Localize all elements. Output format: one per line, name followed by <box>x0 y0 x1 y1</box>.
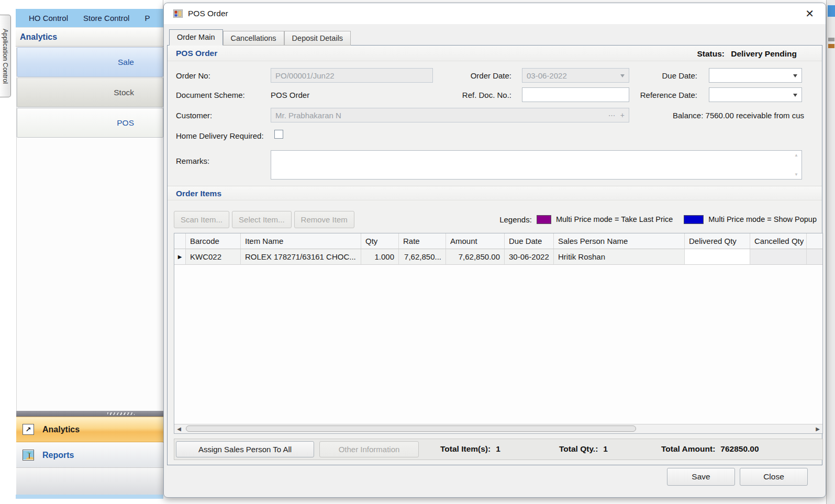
grid-header-amount[interactable]: Amount <box>446 233 505 249</box>
order-date-value: 03-06-2022 <box>527 71 567 80</box>
sidebar-item-label: Sale <box>118 58 134 67</box>
cell-cancelled-qty <box>750 249 807 265</box>
order-no-label: Order No: <box>176 71 210 80</box>
cell-due-date[interactable]: 30-06-2022 <box>505 249 554 265</box>
row-indicator: ▶ <box>174 249 186 265</box>
home-delivery-label: Home Delivery Required: <box>176 131 264 140</box>
assign-sales-person-button[interactable]: Assign Sales Person To All <box>176 441 314 457</box>
grid-header-delivered-qty[interactable]: Delivered Qty <box>685 233 750 249</box>
customer-label: Customer: <box>176 111 212 120</box>
close-icon[interactable]: ✕ <box>805 7 814 20</box>
cell-barcode[interactable]: KWC022 <box>186 249 241 265</box>
legends: Legends: Multi Price mode = Take Last Pr… <box>499 215 817 224</box>
legend-swatch-show-popup <box>684 215 704 224</box>
save-button[interactable]: Save <box>667 468 735 486</box>
analytics-panel-header: Analytics <box>16 27 163 47</box>
order-no-value: PO/00001/Jun22 <box>275 71 335 80</box>
application-control-tab[interactable]: Application Control <box>0 15 11 97</box>
customer-value: Mr. Prabhakaran N <box>275 111 341 120</box>
close-button[interactable]: Close <box>740 468 808 486</box>
plus-icon: + <box>620 111 625 119</box>
total-items: Total Item(s):1 <box>440 444 500 454</box>
scroll-right-icon[interactable]: ▶ <box>813 424 822 433</box>
total-items-value: 1 <box>496 444 500 453</box>
chevron-down-icon[interactable] <box>793 74 797 77</box>
grid-header-rate[interactable]: Rate <box>399 233 446 249</box>
dialog-tabstrip: Order Main Cancellations Deposit Details <box>169 29 351 46</box>
scroll-left-icon[interactable]: ◀ <box>174 424 184 433</box>
total-amount-value: 762850.00 <box>720 444 759 453</box>
document-scheme-label: Document Scheme: <box>176 91 245 99</box>
cell-sales-person[interactable]: Hritik Roshan <box>554 249 685 265</box>
cell-rate[interactable]: 7,62,850... <box>399 249 446 265</box>
tab-deposit-details[interactable]: Deposit Details <box>284 31 351 46</box>
menu-ho-control[interactable]: HO Control <box>29 14 68 23</box>
grid-header-qty[interactable]: Qty <box>361 233 399 249</box>
application-control-label: Application Control <box>2 29 9 84</box>
horizontal-scrollbar[interactable]: ◀ ▶ <box>174 424 822 433</box>
sidebar-item-stock[interactable]: Stock <box>17 77 163 107</box>
scan-item-button: Scan Item... <box>174 211 229 228</box>
tab-cancellations[interactable]: Cancellations <box>223 31 284 46</box>
table-row[interactable]: ▶ KWC022 ROLEX 178271/63161 CHOC... 1.00… <box>174 249 822 265</box>
analytics-panel-title: Analytics <box>20 32 57 42</box>
menu-partial[interactable]: P <box>144 14 150 23</box>
sidebar-item-reports[interactable]: Reports <box>16 443 163 468</box>
scroll-down-icon: ▼ <box>794 172 798 177</box>
legends-label: Legends: <box>499 215 532 224</box>
sliver-blue-fragment <box>828 5 835 17</box>
sidebar-item-analytics[interactable]: ↗ Analytics <box>16 417 163 442</box>
sidebar-item-sale[interactable]: Sale <box>17 47 163 77</box>
order-items-section-header: Order Items <box>168 186 822 200</box>
menu-store-control[interactable]: Store Control <box>83 14 129 23</box>
splitter-grip-icon <box>107 412 135 415</box>
cell-delivered-qty[interactable] <box>685 249 750 265</box>
chevron-down-icon[interactable] <box>793 94 797 97</box>
remarks-label: Remarks: <box>176 156 209 165</box>
status-text: Status: Delivery Pending <box>697 49 797 59</box>
scroll-up-icon: ▲ <box>794 153 798 158</box>
sliver-fragment <box>828 38 834 41</box>
reference-date-combo[interactable] <box>709 87 802 102</box>
due-date-label: Due Date: <box>639 71 697 80</box>
order-items-footer: Assign Sales Person To All Other Informa… <box>174 439 823 460</box>
cell-amount[interactable]: 7,62,850.00 <box>446 249 505 265</box>
sidebar-splitter[interactable] <box>16 411 163 417</box>
grid-header-barcode[interactable]: Barcode <box>186 233 241 249</box>
grid-header-indicator <box>174 233 186 249</box>
total-qty-value: 1 <box>603 444 608 453</box>
dialog-title: POS Order <box>188 9 228 18</box>
background-window-sliver <box>826 0 835 504</box>
total-amount-label: Total Amount: <box>661 444 715 453</box>
total-amount: Total Amount:762850.00 <box>661 444 759 454</box>
other-information-button: Other Information <box>319 441 419 457</box>
grid-header-item-name[interactable]: Item Name <box>241 233 361 249</box>
ref-doc-no-label: Ref. Doc. No.: <box>445 91 511 99</box>
due-date-combo[interactable] <box>709 68 802 83</box>
cell-qty[interactable]: 1.000 <box>361 249 399 265</box>
grid-header-due-date[interactable]: Due Date <box>505 233 554 249</box>
ref-doc-no-field[interactable] <box>522 87 629 102</box>
remarks-textarea[interactable]: ▲ ▼ <box>271 150 802 180</box>
select-item-button: Select Item... <box>232 211 292 228</box>
balance-text: Balance: 7560.00 receivable from cus <box>673 111 813 120</box>
document-scheme-value: POS Order <box>271 91 309 99</box>
sidebar-filler <box>16 468 163 495</box>
pos-order-section-title: POS Order <box>176 49 217 58</box>
analytics-label: Analytics <box>42 425 80 434</box>
cell-item-name[interactable]: ROLEX 178271/63161 CHOC... <box>241 249 361 265</box>
sidebar-item-pos[interactable]: POS <box>17 108 163 138</box>
sidebar-item-label: Stock <box>114 88 134 97</box>
window-bottom-edge <box>16 495 163 499</box>
order-date-combo: 03-06-2022 <box>522 68 629 83</box>
total-qty: Total Qty.:1 <box>559 444 608 454</box>
tab-order-main[interactable]: Order Main <box>169 29 223 46</box>
order-main-tabpage: POS Order Status: Delivery Pending Order… <box>167 45 822 465</box>
dialog-titlebar[interactable]: POS Order ✕ <box>164 3 826 24</box>
scrollbar-thumb[interactable] <box>186 425 636 432</box>
grid-header-cancelled-qty[interactable]: Cancelled Qty <box>750 233 807 249</box>
grid-header-sales-person[interactable]: Sales Person Name <box>554 233 685 249</box>
analytics-nav-list: Sale Stock POS <box>16 47 163 411</box>
home-delivery-checkbox[interactable] <box>274 130 283 139</box>
total-qty-label: Total Qty.: <box>559 444 598 453</box>
